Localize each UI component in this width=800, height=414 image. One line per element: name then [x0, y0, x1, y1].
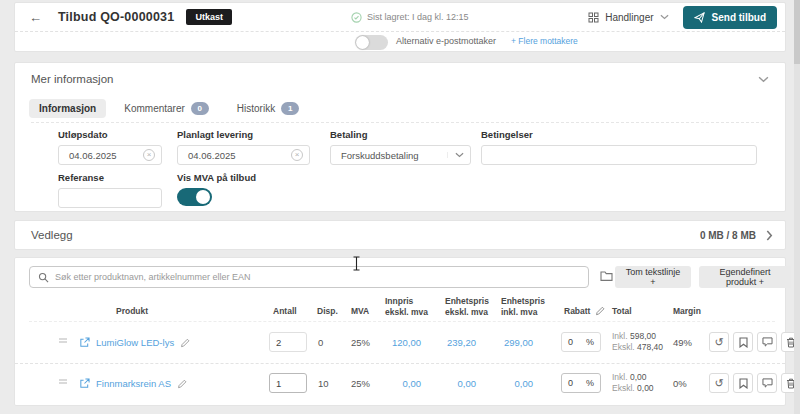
tab-informasjon[interactable]: Informasjon	[29, 99, 106, 118]
pencil-icon[interactable]	[595, 306, 605, 316]
cost-price-value[interactable]: 120,00	[371, 337, 421, 348]
product-link[interactable]: Finnmarksrein AS	[79, 378, 187, 389]
discount-input[interactable]: 0 %	[561, 373, 601, 393]
alt-email-label: Alternativ e-postmottaker	[396, 36, 496, 46]
expiry-date-field[interactable]: 04.06.2025 ×	[58, 145, 162, 165]
chevron-right-icon[interactable]	[766, 230, 773, 241]
more-info-title: Mer informasjon	[31, 73, 113, 85]
grid-icon	[588, 12, 599, 23]
saved-status-text: Sist lagret: I dag kl. 12:15	[367, 12, 469, 22]
status-badge: Utkast	[186, 9, 232, 25]
pencil-icon[interactable]	[177, 379, 187, 389]
margin-value: 49%	[673, 337, 692, 348]
saved-status: Sist lagret: I dag kl. 12:15	[351, 12, 469, 23]
total-value: Inkl. 598,00 Ekskl. 478,40	[612, 331, 663, 353]
reference-label: Referanse	[58, 172, 162, 183]
payment-select[interactable]: Forskuddsbetaling	[330, 145, 471, 165]
paper-plane-icon	[694, 12, 705, 23]
product-name: Finnmarksrein AS	[96, 378, 171, 389]
actions-menu-button[interactable]: Handlinger	[588, 12, 668, 23]
bookmark-icon	[739, 378, 748, 389]
pencil-icon[interactable]	[180, 338, 190, 348]
bookmark-icon	[739, 337, 748, 348]
cost-price-value[interactable]: 0,00	[371, 378, 421, 389]
reference-field[interactable]	[58, 188, 162, 208]
more-info-section: Mer informasjon Informasjon Kommentarer …	[14, 62, 786, 212]
comment-button[interactable]	[757, 332, 777, 352]
unit-price-excl-value[interactable]: 239,20	[430, 337, 476, 348]
undo-button[interactable]: ↺	[709, 373, 729, 393]
total-value: Inkl. 0,00 Ekskl. 0,00	[612, 372, 654, 394]
col-vat: MVA	[351, 306, 369, 317]
col-unit-price-incl: Enhetsprisinkl. mva	[501, 296, 545, 317]
show-vat-label: Vis MVA på tilbud	[177, 172, 256, 183]
quote-header-row: ← Tilbud QO-0000031 Utkast Sist lagret: …	[15, 3, 785, 32]
scrollbar-thumb[interactable]	[794, 0, 800, 64]
tab-historikk[interactable]: Historikk 1	[227, 98, 309, 119]
product-search[interactable]	[29, 266, 589, 288]
product-row: Finnmarksrein AS 10 25% 0,00 0,00 0,00 0…	[15, 363, 785, 401]
col-qty: Antall	[273, 306, 297, 317]
product-row: LumiGlow LED-lys 0 25% 120,00 239,20 299…	[15, 323, 785, 361]
vat-value: 25%	[351, 337, 370, 348]
collapse-chevron-icon[interactable]	[758, 76, 769, 83]
expiry-date-label: Utløpsdato	[58, 129, 162, 140]
disp-value: 10	[318, 378, 329, 389]
scrollbar[interactable]	[794, 0, 800, 414]
payment-label: Betaling	[330, 129, 471, 140]
tab-kommentarer[interactable]: Kommentarer 0	[114, 98, 219, 119]
comment-button[interactable]	[757, 373, 777, 393]
chevron-down-icon	[660, 14, 669, 20]
col-cost-price: Innprisekskl. mva	[385, 296, 428, 317]
tab-informasjon-label: Informasjon	[39, 103, 96, 114]
custom-product-button[interactable]: Egendefinert produkt +	[699, 266, 791, 288]
bookmark-button[interactable]	[733, 373, 753, 393]
product-link[interactable]: LumiGlow LED-lys	[79, 337, 190, 348]
clear-icon[interactable]: ×	[291, 149, 303, 161]
drag-handle-icon[interactable]	[58, 337, 68, 344]
unit-price-excl-value[interactable]: 0,00	[430, 378, 476, 389]
drag-handle-icon[interactable]	[58, 378, 68, 385]
col-total: Total	[612, 306, 632, 317]
product-search-input[interactable]	[55, 272, 580, 282]
unit-price-incl-value[interactable]: 299,00	[487, 337, 533, 348]
attachments-title: Vedlegg	[31, 229, 73, 241]
quantity-input[interactable]	[269, 332, 307, 352]
discount-value: 0	[568, 337, 573, 347]
folder-icon[interactable]	[600, 270, 613, 282]
empty-textline-button[interactable]: Tom tekstlinje +	[615, 266, 691, 288]
delivery-date-label: Planlagt levering	[177, 129, 310, 140]
recipient-row: Alternativ e-postmottaker + Flere mottak…	[15, 32, 785, 51]
undo-button[interactable]: ↺	[709, 332, 729, 352]
terms-label: Betingelser	[481, 129, 757, 140]
send-quote-button[interactable]: Send tilbud	[683, 6, 777, 29]
external-link-icon	[79, 378, 90, 389]
alt-email-toggle[interactable]	[355, 35, 388, 50]
discount-input[interactable]: 0 %	[561, 332, 601, 352]
delivery-date-field[interactable]: 04.06.2025 ×	[177, 145, 310, 165]
delivery-date-value: 04.06.2025	[188, 150, 236, 161]
search-icon	[38, 272, 49, 283]
page-title: Tilbud QO-0000031	[58, 10, 174, 24]
terms-field[interactable]	[481, 145, 757, 165]
more-recipients-link[interactable]: + Flere mottakere	[511, 36, 578, 46]
discount-value: 0	[568, 378, 573, 388]
col-unit-price-excl: Enhetsprisekskl. mva	[445, 296, 489, 317]
clear-icon[interactable]: ×	[143, 149, 155, 161]
divider	[31, 122, 769, 123]
expiry-date-value: 04.06.2025	[69, 150, 117, 161]
undo-icon: ↺	[714, 378, 723, 389]
bookmark-button[interactable]	[733, 332, 753, 352]
attachments-section[interactable]: Vedlegg 0 MB / 8 MB	[14, 220, 786, 250]
payment-value: Forskuddsbetaling	[341, 150, 419, 161]
chevron-down-icon	[447, 152, 464, 158]
toggle-knob	[356, 36, 369, 49]
show-vat-toggle[interactable]	[177, 188, 212, 206]
send-quote-label: Send tilbud	[712, 12, 766, 23]
unit-price-incl-value[interactable]: 0,00	[487, 378, 533, 389]
tab-historikk-label: Historikk	[237, 103, 275, 114]
back-button[interactable]: ←	[29, 10, 42, 25]
quantity-input[interactable]	[269, 373, 307, 393]
discount-unit: %	[586, 337, 594, 347]
tab-kommentarer-label: Kommentarer	[124, 103, 185, 114]
